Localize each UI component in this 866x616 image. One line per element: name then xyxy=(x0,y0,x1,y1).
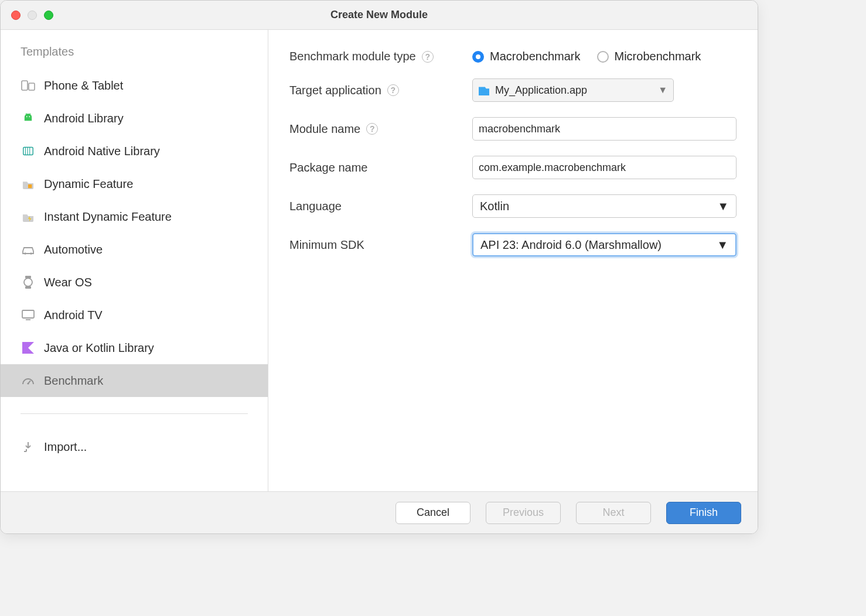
radio-bullet-icon xyxy=(472,51,484,63)
previous-button: Previous xyxy=(486,502,561,524)
row-target-application: Target application ? My_Application.app … xyxy=(289,78,737,102)
template-label: Dynamic Feature xyxy=(44,177,133,191)
target-application-value: My_Application.app xyxy=(495,84,587,97)
app-folder-icon xyxy=(479,85,489,95)
kotlin-icon xyxy=(21,340,36,355)
svg-point-12 xyxy=(27,382,29,384)
cancel-button[interactable]: Cancel xyxy=(396,502,470,524)
template-label: Android Library xyxy=(44,112,124,125)
label-language: Language xyxy=(289,200,472,213)
content-area: Templates Phone & Tablet Android Library xyxy=(1,30,758,491)
template-label: Android Native Library xyxy=(44,145,160,158)
titlebar: Create New Module xyxy=(1,1,758,30)
target-application-select[interactable]: My_Application.app ▼ xyxy=(472,78,674,102)
svg-rect-0 xyxy=(22,81,28,90)
template-item-automotive[interactable]: Automotive xyxy=(1,233,268,266)
help-icon[interactable]: ? xyxy=(387,84,399,96)
svg-rect-1 xyxy=(29,83,35,90)
package-name-input[interactable] xyxy=(472,156,737,179)
phone-tablet-icon xyxy=(21,78,36,93)
form-panel: Benchmark module type ? Macrobenchmark M… xyxy=(268,30,758,491)
label-module-name: Module name ? xyxy=(289,122,472,136)
android-icon xyxy=(21,111,36,126)
finish-button[interactable]: Finish xyxy=(666,502,741,524)
template-label: Android TV xyxy=(44,309,103,322)
svg-point-6 xyxy=(24,252,26,255)
templates-sidebar: Templates Phone & Tablet Android Library xyxy=(1,30,268,491)
chevron-down-icon: ▼ xyxy=(658,85,667,95)
svg-point-3 xyxy=(29,116,30,117)
radio-bullet-icon xyxy=(597,51,609,63)
row-package-name: Package name xyxy=(289,156,737,179)
language-value: Kotlin xyxy=(480,200,509,213)
template-item-kotlin-library[interactable]: Java or Kotlin Library xyxy=(1,331,268,364)
row-module-name: Module name ? xyxy=(289,117,737,141)
sidebar-divider xyxy=(21,413,248,414)
radio-label: Microbenchmark xyxy=(615,50,701,63)
automotive-icon xyxy=(21,242,36,257)
template-item-dynamic-feature[interactable]: Dynamic Feature xyxy=(1,167,268,200)
label-minimum-sdk: Minimum SDK xyxy=(289,238,472,252)
minimum-sdk-value: API 23: Android 6.0 (Marshmallow) xyxy=(480,238,662,252)
import-icon xyxy=(21,439,36,454)
chevron-down-icon: ▼ xyxy=(717,238,728,252)
radio-macrobenchmark[interactable]: Macrobenchmark xyxy=(472,50,581,63)
window-title: Create New Module xyxy=(1,9,758,21)
native-library-icon xyxy=(21,143,36,159)
template-label: Benchmark xyxy=(44,374,103,388)
svg-point-2 xyxy=(26,116,28,117)
minimum-sdk-select[interactable]: API 23: Android 6.0 (Marshmallow) ▼ xyxy=(472,233,737,256)
svg-rect-4 xyxy=(23,148,33,155)
template-item-wear-os[interactable]: Wear OS xyxy=(1,266,268,299)
import-list: Import... xyxy=(1,430,268,463)
template-label: Wear OS xyxy=(44,276,92,289)
template-item-android-native-library[interactable]: Android Native Library xyxy=(1,135,268,167)
label-package-name: Package name xyxy=(289,161,472,174)
benchmark-icon xyxy=(21,373,36,388)
language-select[interactable]: Kotlin ▼ xyxy=(472,194,737,218)
template-item-android-library[interactable]: Android Library xyxy=(1,102,268,135)
template-label: Java or Kotlin Library xyxy=(44,341,154,355)
next-button: Next xyxy=(576,502,651,524)
dialog-footer: Cancel Previous Next Finish xyxy=(1,491,758,533)
import-label: Import... xyxy=(44,440,87,454)
dialog-window: Create New Module Templates Phone & Tabl… xyxy=(0,0,758,534)
svg-point-9 xyxy=(24,278,32,286)
template-item-instant-dynamic-feature[interactable]: Instant Dynamic Feature xyxy=(1,200,268,233)
help-icon[interactable]: ? xyxy=(422,51,434,63)
row-minimum-sdk: Minimum SDK API 23: Android 6.0 (Marshma… xyxy=(289,233,737,256)
module-name-input[interactable] xyxy=(472,117,737,141)
label-target-application: Target application ? xyxy=(289,84,472,97)
template-item-android-tv[interactable]: Android TV xyxy=(1,299,268,331)
template-label: Phone & Tablet xyxy=(44,79,123,93)
chevron-down-icon: ▼ xyxy=(717,200,729,213)
template-label: Instant Dynamic Feature xyxy=(44,210,172,224)
help-icon[interactable]: ? xyxy=(366,123,378,135)
template-label: Automotive xyxy=(44,243,103,256)
sidebar-item-import[interactable]: Import... xyxy=(1,430,268,463)
radio-label: Macrobenchmark xyxy=(490,50,581,63)
android-tv-icon xyxy=(21,307,36,323)
label-module-type: Benchmark module type ? xyxy=(289,50,472,63)
template-item-phone-tablet[interactable]: Phone & Tablet xyxy=(1,69,268,102)
row-module-type: Benchmark module type ? Macrobenchmark M… xyxy=(289,50,737,63)
svg-rect-5 xyxy=(28,184,32,188)
instant-dynamic-feature-icon xyxy=(21,209,36,224)
template-item-benchmark[interactable]: Benchmark xyxy=(1,364,268,397)
svg-point-7 xyxy=(30,252,32,255)
sidebar-header: Templates xyxy=(1,45,268,69)
svg-rect-11 xyxy=(22,310,34,318)
dynamic-feature-icon xyxy=(21,176,36,191)
radio-microbenchmark[interactable]: Microbenchmark xyxy=(597,50,701,63)
row-language: Language Kotlin ▼ xyxy=(289,194,737,218)
template-list: Phone & Tablet Android Library Android N… xyxy=(1,69,268,397)
module-type-radio-group: Macrobenchmark Microbenchmark xyxy=(472,50,701,63)
svg-rect-10 xyxy=(25,286,31,289)
wear-os-icon xyxy=(21,275,36,290)
